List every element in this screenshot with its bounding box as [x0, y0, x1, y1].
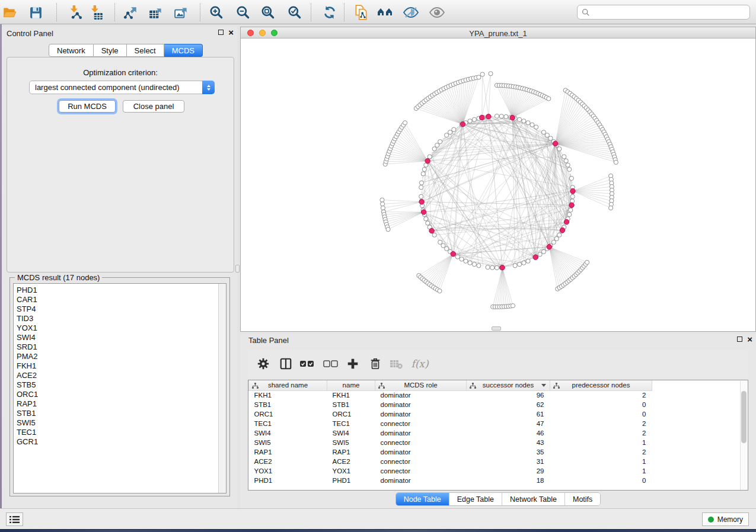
memory-label: Memory [717, 515, 743, 524]
select-all-icon[interactable] [299, 355, 315, 372]
close-panel-button[interactable]: Close panel [123, 100, 184, 113]
table-row[interactable]: YOX1YOX1connector291 [249, 466, 652, 476]
node-table[interactable]: shared namenameMCDS rolesuccessor nodesp… [248, 380, 748, 491]
tab-style[interactable]: Style [94, 44, 127, 57]
network-window-titlebar[interactable]: YPA_prune.txt_1 [241, 27, 755, 39]
close-table-panel-icon[interactable]: × [747, 336, 752, 342]
network-view-window: YPA_prune.txt_1 [240, 27, 756, 332]
table-panel-title: Table Panel [248, 336, 289, 345]
list-item[interactable]: RAP1 [17, 399, 226, 409]
list-item[interactable]: STB5 [17, 380, 226, 390]
tab-select[interactable]: Select [127, 44, 164, 57]
export-table-icon[interactable] [148, 4, 164, 21]
list-item[interactable]: TEC1 [17, 428, 226, 437]
list-icon [9, 515, 20, 524]
float-table-panel-icon[interactable] [737, 336, 742, 342]
list-item[interactable]: CAR1 [17, 295, 226, 305]
network-horizontal-scrollbar[interactable] [492, 326, 501, 331]
run-mcds-button[interactable]: Run MCDS [59, 100, 116, 113]
list-item[interactable]: FKH1 [17, 361, 226, 371]
table-panel-titlebar: Table Panel × [240, 334, 756, 347]
main-toolbar [0, 0, 756, 24]
table-scrollbar[interactable] [740, 381, 747, 491]
control-panel: Control Panel × NetworkStyleSelectMCDS O… [2, 27, 237, 508]
mcds-result-group: MCDS result (17 nodes) PHD1CAR1STP4TID3Y… [9, 277, 230, 496]
list-item[interactable]: PMA2 [17, 352, 226, 361]
list-item[interactable]: ORC1 [17, 390, 226, 399]
mcds-result-list[interactable]: PHD1CAR1STP4TID3YOX1SWI4SRD1PMA2FKH1ACE2… [13, 283, 227, 493]
panel-list-button[interactable] [6, 512, 23, 526]
table-row[interactable]: FKH1FKH1dominator962 [249, 390, 652, 400]
table-row[interactable]: SWI5SWI5connector431 [249, 438, 652, 447]
show-graphics-details-icon[interactable] [429, 4, 445, 21]
list-item[interactable]: SWI5 [17, 418, 226, 428]
add-row-icon[interactable] [344, 355, 361, 372]
memory-status-icon [708, 517, 714, 523]
control-panel-tabs: NetworkStyleSelectMCDS [49, 44, 203, 57]
list-item[interactable]: SRD1 [17, 342, 226, 352]
tab-network[interactable]: Network [49, 44, 94, 57]
list-item[interactable]: TID3 [17, 314, 226, 323]
zoom-selected-icon[interactable] [286, 4, 303, 21]
import-network-icon[interactable] [67, 4, 84, 21]
column-header-predecessor-nodes[interactable]: predecessor nodes [550, 380, 652, 390]
open-file-icon[interactable] [1, 4, 18, 21]
export-image-icon[interactable] [173, 4, 190, 21]
network-canvas[interactable] [241, 39, 755, 331]
list-item[interactable]: ACE2 [17, 371, 226, 380]
table-row[interactable]: TEC1TEC1connector472 [249, 419, 652, 428]
tab-motifs[interactable]: Motifs [564, 493, 600, 505]
table-panel: Table Panel × f(x) shared [240, 334, 756, 508]
zoom-fit-icon[interactable] [260, 4, 276, 21]
memory-button[interactable]: Memory [702, 512, 749, 526]
clone-network-icon[interactable] [353, 4, 369, 21]
tab-edge-table[interactable]: Edge Table [449, 493, 502, 505]
tab-network-table[interactable]: Network Table [502, 493, 564, 505]
float-panel-icon[interactable] [218, 30, 224, 35]
table-row[interactable]: STB1STB1dominator620 [249, 400, 652, 409]
mcds-tab-content: Optimization criterion: largest connecte… [7, 57, 234, 273]
close-panel-icon[interactable]: × [228, 29, 234, 36]
table-tabs: Node TableEdge TableNetwork TableMotifs [240, 492, 756, 506]
delete-row-icon[interactable] [367, 355, 384, 372]
refresh-view-icon[interactable] [321, 4, 338, 21]
table-row[interactable]: ACE2ACE2connector311 [249, 457, 652, 466]
list-item[interactable]: GCR1 [17, 437, 226, 447]
list-item[interactable]: YOX1 [17, 323, 226, 333]
zoom-in-icon[interactable] [208, 4, 225, 21]
list-item[interactable]: STB1 [17, 409, 226, 418]
save-session-icon[interactable] [27, 4, 44, 21]
sort-chevron-icon [541, 384, 546, 387]
column-header-successor-nodes[interactable]: successor nodes [467, 380, 550, 390]
select-stepper-icon [202, 81, 215, 94]
criterion-select[interactable]: largest connected component (undirected) [29, 81, 215, 94]
hide-graphics-details-icon[interactable] [403, 4, 419, 21]
table-row[interactable]: RAP1RAP1dominator352 [249, 447, 652, 457]
birds-eye-view-icon[interactable] [377, 4, 394, 21]
mcds-result-title: MCDS result (17 nodes) [15, 273, 102, 282]
list-item[interactable]: PHD1 [17, 286, 226, 295]
column-header-shared-name[interactable]: shared name [249, 380, 327, 390]
column-header-MCDS-role[interactable]: MCDS role [375, 380, 467, 390]
control-panel-titlebar: Control Panel × [2, 27, 237, 40]
table-row[interactable]: PHD1PHD1dominator180 [249, 476, 652, 485]
import-table-icon[interactable] [88, 4, 104, 21]
table-row[interactable]: ORC1ORC1dominator610 [249, 409, 652, 419]
table-row[interactable]: SWI4SWI4dominator462 [249, 428, 652, 438]
network-vertical-scrollbar[interactable] [235, 265, 240, 273]
tab-mcds[interactable]: MCDS [164, 44, 203, 57]
tab-node-table[interactable]: Node Table [396, 493, 449, 505]
list-item[interactable]: STP4 [17, 305, 226, 314]
list-item[interactable]: SWI4 [17, 333, 226, 342]
column-header-name[interactable]: name [327, 380, 375, 390]
status-bar: Memory [0, 508, 756, 529]
settings-icon[interactable] [255, 355, 272, 372]
search-input[interactable] [593, 8, 749, 17]
deselect-all-icon[interactable] [323, 355, 339, 372]
network-window-title: YPA_prune.txt_1 [241, 29, 755, 38]
show-columns-icon[interactable] [277, 355, 294, 372]
optimization-criterion-label: Optimization criterion: [7, 68, 234, 77]
export-network-icon[interactable] [122, 4, 139, 21]
mcds-list-scrollbar[interactable] [218, 284, 226, 493]
zoom-out-icon[interactable] [235, 4, 251, 21]
